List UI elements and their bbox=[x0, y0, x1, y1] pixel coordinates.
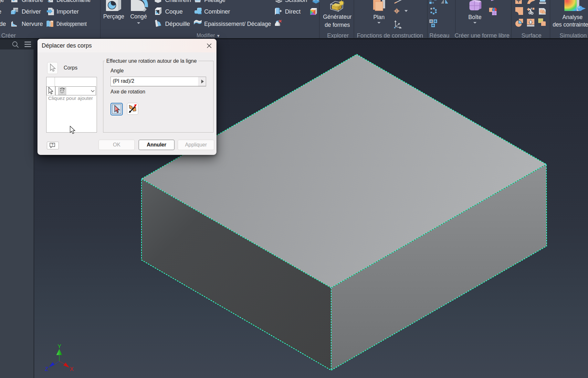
svg-text:?: ? bbox=[51, 143, 53, 147]
svg-text:Y: Y bbox=[58, 343, 61, 350]
svg-text:Z: Z bbox=[45, 366, 48, 372]
svg-text:X: X bbox=[70, 366, 73, 372]
